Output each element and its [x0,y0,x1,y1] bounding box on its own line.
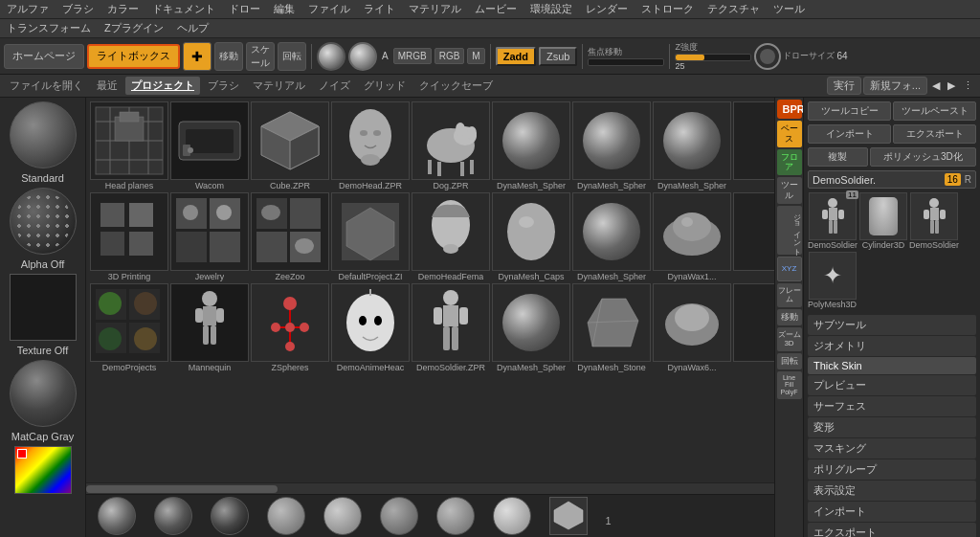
grid-item-dynasphere2[interactable]: DynaMesh_Spher [572,101,651,190]
brush-trimdynamic[interactable]: TrimDynamic [317,497,369,538]
brush-damstandard[interactable]: DamStandard [203,497,256,538]
tab-project[interactable]: プロジェクト [125,77,200,95]
grid-item-zeezoo[interactable]: ZeeZoo [251,192,329,281]
model-demosoldier-1[interactable]: 11 DemoSoldier [808,192,858,250]
section-masking[interactable]: マスキング [808,438,976,459]
tab-recent[interactable]: 最近 [91,77,123,95]
lightbox-button[interactable]: ライトボックス [87,44,180,69]
grid-item-dynasphere1[interactable]: DynaMesh_Spher [492,101,570,190]
section-transform[interactable]: 変形 [808,417,976,437]
menu-alpha[interactable]: アルファ [4,2,52,16]
brush-pinch[interactable]: Pinch [430,497,482,538]
section-surface[interactable]: サーフェス [808,396,976,416]
menu-texture[interactable]: テクスチャ [704,2,763,16]
brush-move[interactable]: Move [260,497,313,538]
draw-mode-button[interactable]: ✚ [183,42,212,71]
section-thick-skin[interactable]: Thick Skin [808,357,976,374]
brush-preview[interactable] [10,101,77,168]
menu-help[interactable]: ヘルプ [174,21,212,35]
alpha-preview[interactable] [10,188,77,255]
execute-button[interactable]: 実行 [827,77,861,95]
grid-item-animehead[interactable]: DemoAnimeHeac [331,283,410,372]
nav-menu-icon[interactable]: ⋮ [960,79,976,92]
menu-draw[interactable]: ドロー [226,2,263,16]
bpr-button[interactable]: BPR [777,100,802,119]
grid-item-cube[interactable]: Cube.ZPR [251,101,329,190]
rotate-button[interactable]: 回転 [278,42,306,71]
brush-standard[interactable]: Standard [146,497,199,538]
grid-item-head-planes[interactable]: Head planes [90,101,168,190]
draw-size-circle[interactable] [754,43,781,70]
tab-brush[interactable]: ブラシ [202,77,245,95]
grid-item-dynastone[interactable]: DynaMesh_Stone [572,283,651,372]
grid-item-demoprojects[interactable]: DemoProjects [90,283,168,372]
menu-material[interactable]: マテリアル [406,2,464,16]
tab-grid[interactable]: グリッド [358,77,412,95]
grid-item-mannequin[interactable]: Mannequin [170,283,249,372]
section-display[interactable]: 表示設定 [808,481,976,501]
grid-item-dynawax2[interactable]: DynaWax6... [653,283,731,372]
menu-document[interactable]: ドキュメント [149,2,218,16]
tab-open-file[interactable]: ファイルを開く [4,77,89,95]
grid-item-demohead[interactable]: DemoHead.ZPR [331,101,410,190]
xyz-icon[interactable]: XYZ [777,257,802,281]
tool-copy-button[interactable]: ツールコピー [808,101,891,121]
texture-preview[interactable] [10,274,77,341]
z-intensity-slider[interactable] [675,54,751,61]
focal-move-slider[interactable] [588,58,664,66]
menu-movie[interactable]: ムービー [472,2,520,16]
grid-item-3dprinting[interactable]: 3D Printing [90,192,168,281]
zadd-button[interactable]: Zadd [496,47,536,66]
section-export[interactable]: エクスポート [808,523,976,537]
menu-render[interactable]: レンダー [583,2,631,16]
tab-noise[interactable]: ノイズ [313,77,356,95]
tool-paste-button[interactable]: ツールペースト [893,101,976,121]
nav-left-icon[interactable]: ◀ [929,79,943,92]
section-import[interactable]: インポート [808,502,976,522]
tab-quicksave[interactable]: クイックセーブ [413,77,499,95]
grid-item-jewelry[interactable]: Jewelry [170,192,249,281]
matcap-preview[interactable] [10,360,77,427]
section-polygroup[interactable]: ポリグループ [808,459,976,480]
nav-right-icon[interactable]: ▶ [945,79,958,92]
mrgb-button[interactable]: MRGB [393,48,432,64]
scale-button[interactable]: スケール [246,42,275,71]
joint-button[interactable]: ジョイント [777,206,802,255]
grid-item-demoheadfema[interactable]: DemoHeadFema [412,192,490,281]
brush-inflate[interactable]: Inflate [486,497,539,538]
grid-item-defaultproject[interactable]: DefaultProject.ZI [331,192,410,281]
menu-env[interactable]: 環境設定 [527,2,575,16]
grid-item-dynasphere3[interactable]: DynaMesh_Spher [653,101,731,190]
render-sphere[interactable] [348,42,377,71]
import-button[interactable]: インポート [808,124,891,144]
section-subtool[interactable]: サブツール [808,315,976,335]
grid-item-dynasphere5[interactable]: DynaMesh_Spher [492,283,570,372]
new-folder-button[interactable]: 新規フォ... [863,77,927,95]
menu-edit[interactable]: 編集 [271,2,298,16]
grid-item-dog[interactable]: Dog.ZPR [412,101,490,190]
menu-zplugin[interactable]: Zプラグイン [101,21,167,35]
grid-item-demosoldier[interactable]: DemoSoldier.ZPR [412,283,490,372]
menu-stroke[interactable]: ストローク [638,2,697,16]
frame-button[interactable]: フレーム [777,283,802,307]
model-polymesh3d[interactable]: ✦ PolyMesh3D [808,252,857,309]
duplicate-button[interactable]: 複製 [808,147,868,167]
menu-tool[interactable]: ツール [770,2,808,16]
base-button[interactable]: ベース [777,121,802,147]
brush-sphere-preview[interactable] [317,42,345,71]
move-vert-button[interactable]: 移動 [777,309,802,325]
menu-light[interactable]: ライト [361,2,398,16]
tool-vert-button[interactable]: ツール [777,177,802,204]
tab-material[interactable]: マテリアル [247,77,311,95]
rotate-vert-button[interactable]: 回転 [777,353,802,369]
menu-file[interactable]: ファイル [305,2,353,16]
menu-transform[interactable]: トランスフォーム [4,21,94,35]
model-demosoldier-2[interactable]: DemoSoldier [909,192,959,250]
color-picker[interactable] [14,446,72,494]
move-button[interactable]: 移動 [214,42,243,71]
menu-color[interactable]: カラー [104,2,142,16]
floor-button[interactable]: フロア [777,149,802,176]
grid-item-dynasphere4[interactable]: DynaMesh_Spher [572,192,651,281]
scrollbar-thumb[interactable] [86,485,278,493]
brush-hpolish[interactable]: hPolish [373,497,426,538]
